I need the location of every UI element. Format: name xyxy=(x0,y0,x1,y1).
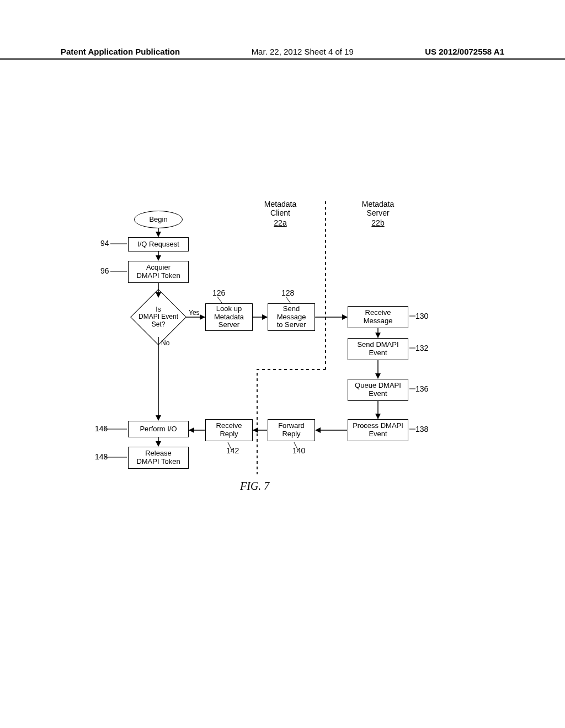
ref-130: 130 xyxy=(415,312,428,320)
svg-line-20 xyxy=(286,297,290,303)
ref-148: 148 xyxy=(95,452,108,461)
release-token-label: Release DMAPI Token xyxy=(136,449,180,466)
receive-reply-node: Receive Reply xyxy=(205,419,253,441)
ref-146: 146 xyxy=(95,424,108,433)
ref-140: 140 xyxy=(292,446,305,455)
col-server-title: Metadata Server xyxy=(353,200,403,217)
begin-node: Begin xyxy=(134,211,183,228)
header-left: Patent Application Publication xyxy=(61,47,180,56)
receive-msg-node: Receive Message xyxy=(348,306,408,328)
forward-reply-node: Forward Reply xyxy=(268,419,315,441)
edge-no: No xyxy=(161,339,169,347)
decision-node: Is DMAPI Event Set? xyxy=(131,297,186,338)
receive-msg-label: Receive Message xyxy=(364,309,393,325)
queue-event-label: Queue DMAPI Event xyxy=(355,382,401,398)
forward-reply-label: Forward Reply xyxy=(278,422,305,438)
header-mid: Mar. 22, 2012 Sheet 4 of 19 xyxy=(252,47,354,56)
iq-request-node: I/Q Requsest xyxy=(128,237,189,251)
ref-136: 136 xyxy=(415,384,428,393)
ref-128: 128 xyxy=(281,288,294,297)
col-client-ref: 22a xyxy=(274,218,286,227)
send-event-node: Send DMAPI Event xyxy=(348,338,408,360)
header-right: US 2012/0072558 A1 xyxy=(425,47,504,56)
decision-label: Is DMAPI Event Set? xyxy=(138,306,178,328)
svg-line-19 xyxy=(217,297,222,303)
acquire-token-label: Acquier DMAPI Token xyxy=(136,264,180,280)
perform-io-node: Perform I/O xyxy=(128,421,189,437)
ref-132: 132 xyxy=(415,344,428,352)
perform-io-label: Perform I/O xyxy=(140,425,177,433)
process-event-label: Process DMAPI Event xyxy=(353,422,403,438)
release-token-node: Release DMAPI Token xyxy=(128,447,189,469)
send-msg-node: Send Message to Server xyxy=(268,303,315,331)
ref-142: 142 xyxy=(226,446,239,455)
begin-label: Begin xyxy=(149,216,167,224)
iq-request-label: I/Q Requsest xyxy=(137,240,179,249)
ref-94: 94 xyxy=(100,239,109,248)
ref-96: 96 xyxy=(100,266,109,275)
figure-label: FIG. 7 xyxy=(240,480,269,493)
flow-diagram: Metadata Client 22a Metadata Server 22b … xyxy=(83,193,486,524)
queue-event-node: Queue DMAPI Event xyxy=(348,379,408,401)
receive-reply-label: Receive Reply xyxy=(216,422,242,438)
col-client: Metadata Client 22a xyxy=(255,200,305,227)
send-event-label: Send DMAPI Event xyxy=(357,341,398,357)
edge-yes: Yes xyxy=(189,309,200,317)
ref-126: 126 xyxy=(212,288,225,297)
acquire-token-node: Acquier DMAPI Token xyxy=(128,261,189,283)
ref-138: 138 xyxy=(415,425,428,433)
lookup-label: Look up Metadata Server xyxy=(214,305,244,330)
col-client-title: Metadata Client xyxy=(255,200,305,217)
send-msg-label: Send Message to Server xyxy=(277,305,306,330)
lookup-node: Look up Metadata Server xyxy=(205,303,253,331)
page-header: Patent Application Publication Mar. 22, … xyxy=(0,47,565,60)
col-server: Metadata Server 22b xyxy=(353,200,403,227)
process-event-node: Process DMAPI Event xyxy=(348,419,408,441)
col-server-ref: 22b xyxy=(371,218,384,227)
